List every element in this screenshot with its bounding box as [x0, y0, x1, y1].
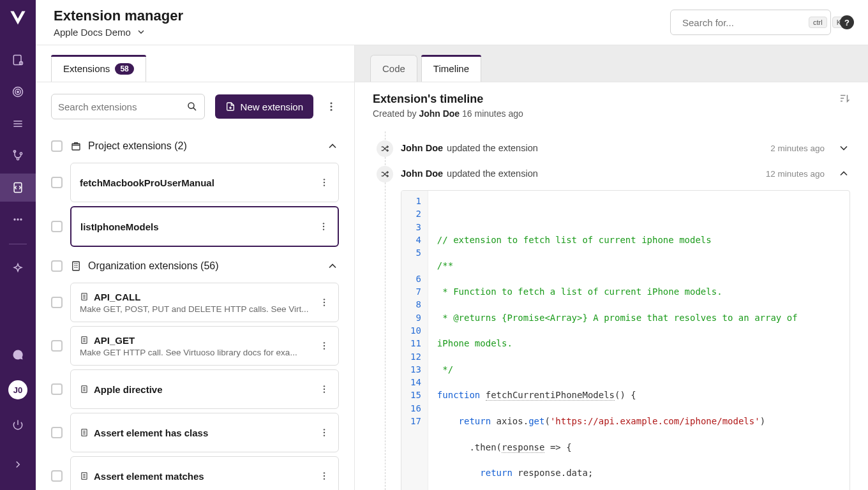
nav-item-3[interactable] — [0, 110, 36, 138]
svg-point-22 — [331, 106, 333, 108]
extension-more-button[interactable] — [317, 334, 332, 357]
svg-point-30 — [323, 228, 324, 230]
rail-divider — [9, 244, 27, 244]
extension-checkbox[interactable] — [51, 177, 63, 188]
extension-checkbox[interactable] — [51, 427, 63, 438]
tab-code[interactable]: Code — [370, 55, 417, 82]
svg-point-13 — [17, 218, 19, 220]
global-search[interactable]: ctrl K — [670, 10, 831, 35]
chat-icon[interactable] — [0, 341, 36, 369]
chevron-up-icon — [837, 167, 850, 180]
left-rail: J0 — [0, 0, 36, 490]
new-extension-button[interactable]: New extension — [215, 94, 313, 119]
nav-item-1[interactable] — [0, 46, 36, 74]
nav-item-2[interactable] — [0, 78, 36, 106]
expand-rail-icon[interactable] — [0, 450, 36, 479]
search-icon — [186, 101, 198, 112]
extension-card[interactable]: Assert element matches — [70, 456, 339, 490]
expand-toggle[interactable] — [837, 142, 850, 154]
extension-name: API_CALL — [80, 292, 310, 302]
svg-rect-24 — [72, 144, 80, 150]
extension-checkbox[interactable] — [51, 221, 63, 232]
timeline-item: John Doe updated the extension 2 minutes… — [373, 142, 850, 154]
extension-checkbox[interactable] — [51, 383, 63, 395]
group-org-header[interactable]: Organization extensions (56) — [51, 251, 339, 279]
tab-timeline-label: Timeline — [433, 63, 469, 74]
extension-more-button[interactable] — [317, 171, 332, 194]
file-plus-icon — [225, 101, 236, 112]
nav-item-more[interactable] — [0, 205, 36, 234]
svg-point-27 — [324, 184, 325, 186]
svg-point-50 — [324, 475, 325, 477]
extension-card[interactable]: Assert element has class — [70, 413, 339, 452]
extension-card[interactable]: listIphoneModels — [70, 206, 339, 247]
chevron-up-icon[interactable] — [326, 260, 339, 272]
extension-checkbox[interactable] — [51, 297, 63, 308]
code-gutter: 1234567891011121314151617 — [401, 191, 428, 490]
expand-toggle[interactable] — [837, 167, 850, 180]
extension-row: listIphoneModels — [51, 206, 339, 247]
svg-point-46 — [324, 432, 325, 433]
extension-name: Apple directive — [80, 384, 310, 395]
dots-vertical-icon — [319, 177, 329, 188]
svg-point-26 — [324, 182, 325, 183]
extension-desc: Make GET, POST, PUT and DELETE HTTP call… — [80, 304, 310, 314]
extension-name: listIphoneModels — [80, 221, 310, 232]
extension-more-button[interactable] — [317, 464, 332, 487]
svg-point-45 — [324, 429, 325, 430]
tab-code-label: Code — [382, 63, 405, 74]
extension-more-button[interactable] — [316, 215, 331, 238]
group-project-checkbox[interactable] — [51, 140, 63, 152]
extension-more-button[interactable] — [317, 291, 332, 314]
power-icon[interactable] — [0, 411, 36, 439]
extension-card[interactable]: API_CALL Make GET, POST, PUT and DELETE … — [70, 283, 339, 322]
dots-vertical-icon — [319, 427, 329, 438]
sort-icon — [839, 93, 850, 104]
avatar[interactable]: J0 — [8, 380, 27, 399]
extension-card[interactable]: API_GET Make GET HTTP call. See Virtuoso… — [70, 326, 339, 366]
extension-card[interactable]: Apple directive — [70, 369, 339, 409]
svg-point-38 — [324, 345, 325, 346]
extension-card[interactable]: fetchMacbookProUserManual — [70, 163, 339, 202]
svg-point-47 — [324, 434, 325, 436]
dots-vertical-icon — [319, 471, 329, 481]
nav-item-4[interactable] — [0, 142, 36, 170]
extensions-pane: Extensions 58 New extension — [36, 45, 355, 490]
extensions-more-button[interactable] — [324, 95, 339, 118]
help-button[interactable]: ? — [840, 15, 854, 29]
building-icon — [80, 471, 89, 480]
sort-button[interactable] — [839, 93, 850, 104]
extension-checkbox[interactable] — [51, 340, 63, 352]
extension-more-button[interactable] — [317, 378, 332, 401]
nav-item-extensions[interactable] — [0, 174, 36, 202]
svg-point-34 — [324, 302, 325, 303]
nav-item-ai[interactable] — [0, 255, 36, 283]
detail-pane: Code Timeline Extension's timeline Creat… — [355, 45, 868, 490]
chevron-down-icon — [837, 142, 850, 154]
extension-name: fetchMacbookProUserManual — [80, 177, 310, 188]
main-area: Extension manager Apple Docs Demo ctrl K… — [36, 0, 868, 490]
event-author: John Doe — [401, 143, 443, 153]
extensions-search-input[interactable] — [58, 101, 186, 112]
code-snapshot: 1234567891011121314151617 // extension t… — [401, 190, 850, 490]
chevron-up-icon[interactable] — [326, 140, 339, 152]
tab-extensions-count: 58 — [115, 63, 133, 75]
building-icon — [80, 428, 89, 437]
extension-more-button[interactable] — [317, 421, 332, 444]
extensions-search[interactable] — [51, 94, 205, 119]
extension-checkbox[interactable] — [51, 470, 63, 482]
group-org-checkbox[interactable] — [51, 260, 63, 272]
app-logo — [9, 9, 27, 27]
tab-timeline[interactable]: Timeline — [421, 55, 481, 82]
tab-extensions[interactable]: Extensions 58 — [51, 55, 146, 82]
svg-point-25 — [324, 179, 325, 180]
svg-point-9 — [20, 152, 22, 154]
extension-row: API_GET Make GET HTTP call. See Virtuoso… — [51, 326, 339, 366]
page-title: Extension manager — [54, 8, 183, 24]
svg-point-29 — [323, 226, 324, 227]
global-search-input[interactable] — [682, 17, 804, 28]
kbd-ctrl: ctrl — [809, 17, 827, 28]
group-project-header[interactable]: Project extensions (2) — [51, 131, 339, 159]
project-selector[interactable]: Apple Docs Demo — [54, 27, 183, 38]
box-icon — [70, 140, 82, 152]
